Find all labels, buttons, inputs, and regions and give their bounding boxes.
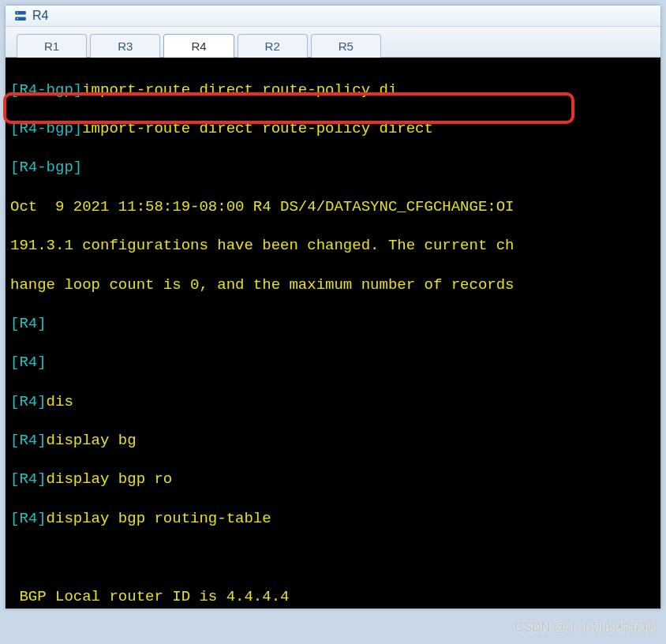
prompt: [R4] (10, 315, 47, 332)
window-title: R4 (32, 9, 48, 23)
watermark: CSDN @小小妍的棉花糖 (514, 620, 655, 636)
svg-rect-1 (15, 17, 26, 21)
prompt: [R4] (10, 432, 47, 449)
tab-strip: R1 R3 R4 R2 R5 (6, 27, 660, 58)
bgp-router-id: BGP Local router ID is 4.4.4.4 (10, 587, 656, 607)
tab-r4[interactable]: R4 (163, 34, 234, 58)
cmd-text: display bg (47, 432, 137, 449)
app-window: R4 R1 R3 R4 R2 R5 [R4-bgp]import-route d… (5, 5, 661, 609)
svg-point-2 (17, 13, 19, 14)
titlebar: R4 (6, 6, 660, 27)
svg-point-3 (17, 18, 19, 20)
prompt: [R4-bgp] (10, 120, 82, 137)
svg-rect-0 (15, 11, 26, 15)
prompt: [R4] (10, 354, 47, 371)
terminal-output[interactable]: [R4-bgp]import-route direct route-policy… (6, 58, 660, 608)
tab-r2[interactable]: R2 (238, 34, 308, 58)
log-line: 191.3.1 configurations have been changed… (10, 236, 656, 256)
app-icon (13, 9, 28, 23)
cmd-text: display bgp ro (47, 470, 173, 488)
log-line: Oct 9 2021 11:58:19-08:00 R4 DS/4/DATASY… (10, 197, 656, 217)
cmd-text: dis (47, 393, 73, 410)
tab-r5[interactable]: R5 (311, 34, 381, 58)
prompt: [R4] (10, 393, 47, 410)
prompt: [R4-bgp] (10, 81, 82, 99)
prompt: [R4] (10, 470, 47, 488)
cmd-text: import-route direct route-policy direct (82, 120, 433, 137)
tab-r1[interactable]: R1 (17, 34, 87, 58)
tab-r3[interactable]: R3 (90, 34, 160, 58)
log-line: hange loop count is 0, and the maximum n… (10, 275, 656, 295)
prompt: [R4-bgp] (10, 159, 82, 176)
cmd-text: import-route direct route-policy di (82, 81, 397, 99)
cmd-text: display bgp routing-table (47, 510, 271, 527)
prompt: [R4] (10, 510, 47, 527)
